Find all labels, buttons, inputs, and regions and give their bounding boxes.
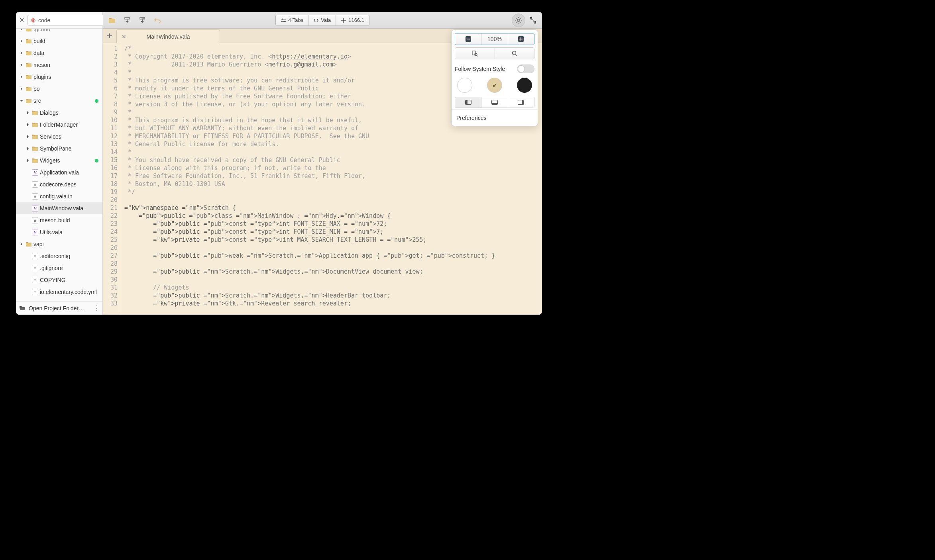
file-icon: ≡ (32, 265, 38, 271)
code-app-icon (30, 18, 36, 23)
search-input-wrapper[interactable] (28, 15, 111, 26)
zoom-controls: 100% (455, 33, 534, 45)
tree-folder[interactable]: Widgets (16, 155, 102, 166)
tree-label: Widgets (40, 157, 93, 164)
panel-left-button[interactable] (455, 97, 481, 108)
fullscreen-button[interactable] (527, 14, 539, 26)
panel-right-button[interactable] (508, 97, 534, 108)
language-indicator[interactable]: Vala (308, 15, 336, 26)
theme-sepia-button[interactable]: ✔ (487, 78, 502, 93)
tree-file[interactable]: ≡codecore.deps (16, 178, 102, 190)
follow-system-style-row: Follow System Style (455, 62, 534, 76)
sidebar-menu-button[interactable]: ⋮ (94, 304, 99, 312)
tree-label: FolderManager (40, 121, 102, 128)
zoom-out-button[interactable] (455, 33, 481, 45)
tree-file[interactable]: ≡.gitignore (16, 262, 102, 274)
panel-bottom-icon (491, 100, 498, 105)
open-project-folder-label: Open Project Folder… (29, 305, 84, 311)
sliders-icon (281, 18, 286, 23)
save-all-button[interactable] (136, 14, 148, 26)
open-project-folder-button[interactable]: Open Project Folder… (19, 305, 90, 311)
panel-right-icon (518, 100, 524, 105)
tree-file[interactable]: ◆meson.build (16, 214, 102, 226)
new-tab-button[interactable] (103, 29, 116, 43)
tabs-label: 4 Tabs (288, 17, 303, 23)
tree-label: build (33, 38, 102, 44)
tree-file[interactable]: VApplication.vala (16, 166, 102, 178)
tree-label: Dialogs (40, 110, 102, 116)
tree-file[interactable]: ≡config.vala.in (16, 190, 102, 202)
save-button[interactable] (121, 14, 133, 26)
tree-folder[interactable]: vapi (16, 238, 102, 250)
search-input[interactable] (38, 17, 108, 23)
theme-dark-button[interactable] (517, 78, 532, 93)
tree-folder[interactable]: Services (16, 131, 102, 143)
save-icon (124, 17, 131, 24)
save-all-icon (139, 17, 146, 24)
svg-point-5 (282, 18, 283, 20)
toggle-knob (518, 65, 525, 72)
file-icon: ≡ (32, 289, 38, 295)
check-icon: ✔ (492, 82, 497, 89)
tree-folder[interactable]: plugins (16, 71, 102, 83)
tree-file[interactable]: ≡io.elementary.code.yml (16, 286, 102, 298)
svg-point-7 (343, 20, 344, 21)
tree-label: .editorconfig (40, 253, 102, 259)
revert-button[interactable] (151, 14, 163, 26)
find-replace-button[interactable] (455, 48, 495, 59)
position-label: 1166.1 (348, 17, 364, 23)
svg-rect-0 (125, 18, 130, 19)
tree-folder[interactable]: meson (16, 59, 102, 71)
tree-label: po (33, 86, 102, 92)
tree-folder[interactable]: build (16, 35, 102, 47)
tab-close-button[interactable]: ✕ (121, 33, 127, 40)
modified-dot (95, 159, 98, 163)
tree-folder[interactable]: data (16, 47, 102, 59)
tree-label: meson (33, 62, 102, 68)
tree-label: codecore.deps (40, 181, 102, 188)
header-right (512, 14, 539, 27)
tabs-indicator[interactable]: 4 Tabs (275, 15, 308, 26)
panel-bottom-button[interactable] (481, 97, 508, 108)
sidebar: ✕ .githubbuilddatamesonpluginsposrcDialo… (16, 12, 103, 315)
svg-rect-9 (472, 51, 475, 55)
follow-system-style-label: Follow System Style (455, 66, 505, 72)
tree-folder[interactable]: SymbolPane (16, 143, 102, 155)
tree-file[interactable]: VUtils.vala (16, 226, 102, 238)
header-center: 4 Tabs Vala 1166.1 (275, 15, 369, 26)
tree-folder[interactable]: po (16, 83, 102, 95)
tab-title: MainWindow.vala (131, 33, 205, 40)
tree-folder[interactable]: .github (16, 29, 102, 35)
settings-button[interactable] (512, 14, 525, 27)
search-icon (511, 50, 518, 57)
close-button[interactable]: ✕ (19, 16, 24, 24)
tree-folder[interactable]: Dialogs (16, 107, 102, 119)
tree-folder[interactable]: FolderManager (16, 119, 102, 131)
tree-file[interactable]: ≡.editorconfig (16, 250, 102, 262)
position-icon (341, 18, 346, 23)
fullscreen-icon (529, 17, 536, 24)
file-icon: ◆ (32, 217, 38, 223)
tree-label: data (33, 50, 102, 56)
tree-label: meson.build (40, 217, 102, 223)
tree-label: Application.vala (40, 169, 102, 176)
line-number-gutter: 1234567891011121314151617181920212223242… (103, 43, 121, 315)
zoom-level[interactable]: 100% (481, 33, 508, 45)
tree-file[interactable]: VMainWindow.vala (16, 202, 102, 214)
follow-system-style-toggle[interactable] (517, 65, 534, 73)
tab-active[interactable]: ✕ MainWindow.vala (116, 29, 220, 43)
tree-label: plugins (33, 74, 102, 80)
tree-folder[interactable]: src (16, 95, 102, 107)
preferences-button[interactable]: Preferences (455, 110, 534, 126)
open-folder-button[interactable] (106, 14, 118, 26)
file-tree[interactable]: .githubbuilddatamesonpluginsposrcDialogs… (16, 29, 102, 301)
zoom-in-button[interactable] (508, 33, 534, 45)
position-indicator[interactable]: 1166.1 (336, 15, 369, 26)
code-icon (313, 18, 319, 23)
tree-label: src (33, 98, 93, 104)
find-button[interactable] (495, 48, 534, 59)
app-window: ✕ .githubbuilddatamesonpluginsposrcDialo… (16, 12, 542, 315)
tree-label: SymbolPane (40, 145, 102, 152)
theme-light-button[interactable] (457, 78, 472, 93)
tree-file[interactable]: ≡COPYING (16, 274, 102, 286)
